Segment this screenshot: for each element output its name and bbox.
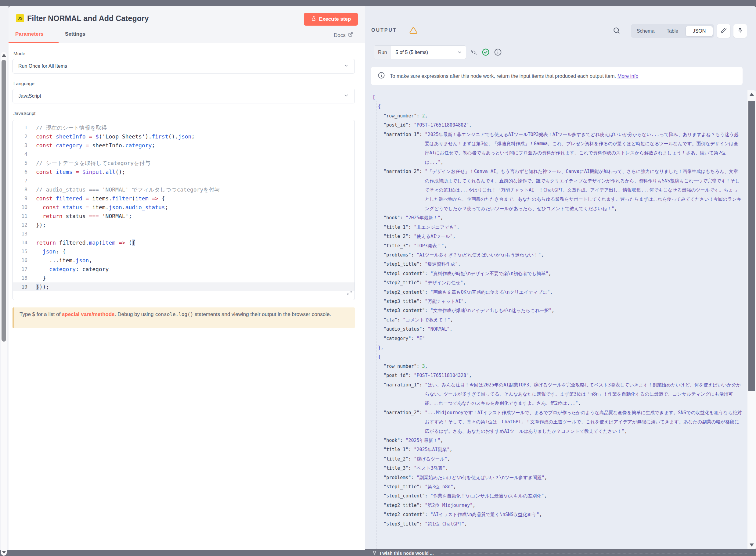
line-number: 18 [13, 274, 32, 282]
code-line[interactable]: 7 [13, 176, 354, 185]
chevron-down-icon [344, 93, 349, 99]
left-scrollbar-thumb[interactable] [2, 60, 6, 342]
language-label: Language [13, 81, 34, 86]
line-number: 6 [13, 168, 32, 176]
more-info-link[interactable]: More info [618, 73, 639, 79]
code-line[interactable]: 4 [13, 150, 354, 159]
code-text: const category = sheetInfo.category; [32, 141, 155, 150]
code-line[interactable]: 6const items = $input.all(); [13, 168, 354, 176]
code-text: // シートデータを取得してcategoryを付与 [32, 159, 150, 168]
line-number: 11 [13, 212, 32, 220]
code-line[interactable]: 15 json: { [13, 247, 354, 256]
code-line[interactable]: 17 category: category [13, 265, 354, 274]
json-output-text: [{"row_number": 2,"post_id": "POST-17651… [373, 93, 742, 528]
code-line[interactable]: 2const sheetInfo = $('Loop Sheets').firs… [13, 132, 354, 141]
json-line: "audio_status": "NORMAL", [373, 324, 742, 334]
docs-link[interactable]: Docs [334, 32, 353, 38]
flask-icon [311, 16, 316, 23]
mode-select[interactable]: Run Once for All Items [12, 59, 355, 73]
special-vars-link[interactable]: special vars/methods [62, 311, 115, 317]
code-text: return filtered.map(item => ({ [32, 238, 135, 247]
json-line: "title_2": "使えるAIツール", [373, 232, 742, 241]
scroll-down-arrow-icon[interactable] [750, 544, 754, 547]
scroll-down-arrow-icon[interactable] [2, 551, 6, 554]
active-tab-underline [8, 42, 59, 43]
code-line[interactable]: 19})); [13, 282, 354, 291]
line-number: 8 [13, 185, 32, 194]
code-line[interactable]: 12}); [13, 220, 354, 229]
line-number: 10 [13, 203, 32, 212]
language-select[interactable]: JavaScript [12, 89, 355, 103]
code-text: // audio_status === 'NORMAL' でフィルタしつつcat… [32, 185, 220, 194]
code-text: json: { [32, 247, 66, 256]
code-text: const sheetInfo = $('Loop Sheets').first… [32, 132, 195, 141]
code-editor[interactable]: 1// 現在のシート情報を取得2const sheetInfo = $('Loo… [12, 120, 355, 300]
json-scrollbar-thumb[interactable] [748, 101, 755, 391]
code-text: } [32, 274, 46, 282]
code-line[interactable]: 9const filtered = items.filter(item => { [13, 194, 354, 203]
run-status-icons [470, 48, 502, 57]
json-line: "step1_content": "資料作成が時短\nデザイン不要で楽\n初心者… [373, 269, 742, 278]
external-link-icon [348, 32, 353, 38]
output-panel: OUTPUT SchemaTableJSON Run 5 of 5 (5 ite… [365, 6, 756, 556]
code-line[interactable]: 8// audio_status === 'NORMAL' でフィルタしつつca… [13, 185, 354, 194]
code-line[interactable]: 14return filtered.map(item => ({ [13, 238, 354, 247]
view-tab-json[interactable]: JSON [686, 26, 713, 36]
info-icon[interactable] [494, 48, 502, 57]
unlink-icon [470, 48, 477, 57]
line-number: 14 [13, 238, 32, 247]
view-tab-table[interactable]: Table [659, 26, 686, 36]
code-line[interactable]: 5// シートデータを取得してcategoryを付与 [13, 159, 354, 168]
node-feedback-bar[interactable]: I wish this node would ... [365, 549, 756, 556]
code-line[interactable]: 11 return status === 'NORMAL'; [13, 212, 354, 220]
json-line: "row_number": 2, [373, 111, 742, 120]
line-number: 12 [13, 220, 32, 229]
chevron-down-icon [457, 46, 466, 59]
json-line: }, [373, 343, 742, 352]
tab-settings[interactable]: Settings [65, 31, 85, 37]
code-line[interactable]: 16 ...item.json, [13, 256, 354, 265]
warning-triangle-icon [409, 27, 417, 36]
info-icon [378, 72, 385, 80]
code-line[interactable]: 13 [13, 229, 354, 238]
node-header: JS Filter NORMAL and Add Category Execut… [8, 6, 365, 43]
edit-output-button[interactable] [717, 24, 730, 38]
mode-label: Mode [13, 51, 25, 57]
scroll-up-arrow-icon[interactable] [750, 93, 754, 96]
search-icon[interactable] [613, 27, 621, 36]
json-line: "narration_2": "...Midjourneyです！AIイラスト作成… [373, 408, 742, 436]
tab-parameters[interactable]: Parameters [15, 31, 44, 37]
n8n-node-detail-view: JS Filter NORMAL and Add Category Execut… [0, 0, 756, 556]
pin-data-button[interactable] [733, 24, 747, 38]
code-text: ...item.json, [32, 256, 92, 265]
output-notice-banner: To make sure expressions after this node… [371, 67, 743, 85]
code-line[interactable]: 3const category = sheetInfo.category; [13, 141, 354, 150]
code-line[interactable]: 18 } [13, 274, 354, 282]
scroll-up-arrow-icon[interactable] [2, 54, 6, 57]
code-line[interactable]: 10 const status = item.json.audio_status… [13, 203, 354, 212]
code-text [32, 229, 36, 238]
json-scrollbar[interactable] [748, 90, 756, 549]
pencil-icon [721, 28, 727, 35]
json-line: { [373, 102, 742, 111]
code-text: const items = $input.all(); [32, 168, 126, 176]
expand-editor-icon[interactable] [347, 290, 352, 297]
json-line: "step2_title": "第2位 Midjourney", [373, 501, 742, 510]
json-line: "step2_content": "画像も文章もOK\n直感的に使える\nクリエ… [373, 288, 742, 297]
json-line: "step1_title": "爆速資料作成", [373, 259, 742, 269]
run-selector[interactable]: Run 5 of 5 (5 items) [374, 45, 466, 59]
code-text [32, 176, 36, 185]
execute-step-button[interactable]: Execute step [304, 13, 358, 26]
json-line: "step2_content": "AIイラスト作成\n高品質で驚く\nSNS収… [373, 510, 742, 519]
line-number: 7 [13, 176, 32, 185]
line-number: 3 [13, 141, 32, 150]
line-number: 16 [13, 256, 32, 265]
run-selected-value: 5 of 5 (5 items) [391, 46, 457, 59]
code-text: return status === 'NORMAL'; [32, 212, 132, 220]
lightbulb-icon [372, 551, 377, 556]
view-tab-schema[interactable]: Schema [632, 26, 659, 36]
json-line: "hook": "2025年最新！", [373, 213, 742, 222]
json-line: "step3_content": "文章作成が爆速\nアイデア出しも◎\n迷った… [373, 306, 742, 315]
node-title: Filter NORMAL and Add Category [27, 14, 149, 23]
code-line[interactable]: 1// 現在のシート情報を取得 [13, 123, 354, 132]
